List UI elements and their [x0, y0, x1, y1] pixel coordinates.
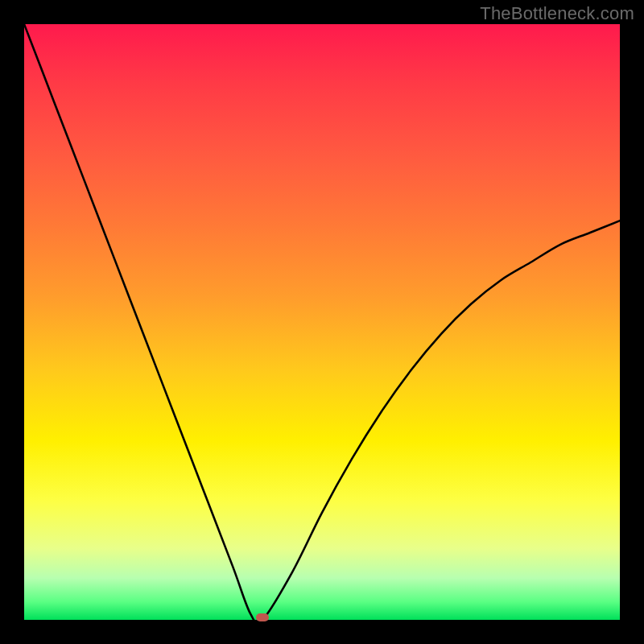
- watermark-text: TheBottleneck.com: [480, 3, 634, 24]
- chart-frame: TheBottleneck.com: [0, 0, 644, 644]
- plot-area: [24, 24, 620, 620]
- bottleneck-curve: [24, 24, 620, 620]
- balance-point-marker: [256, 613, 269, 621]
